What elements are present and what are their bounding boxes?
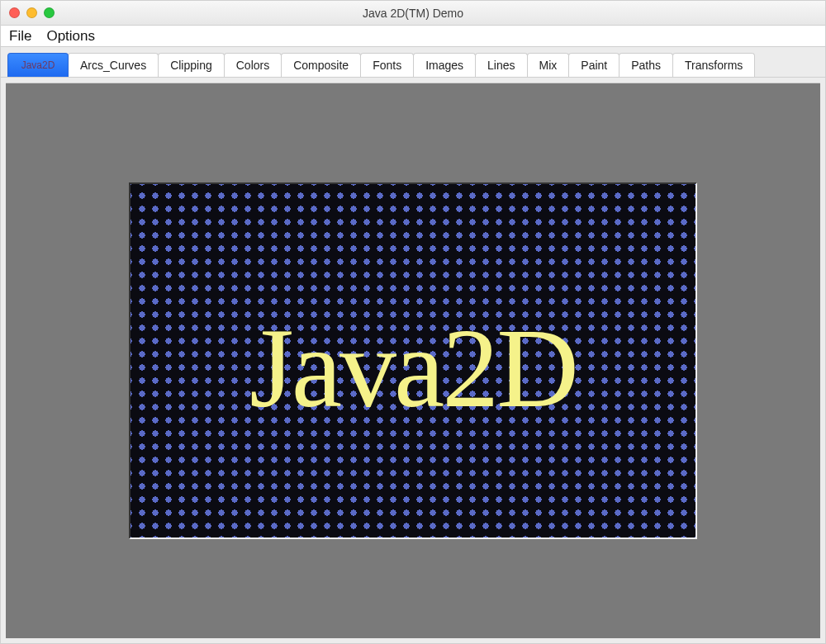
- menubar: File Options: [1, 26, 825, 47]
- window-title: Java 2D(TM) Demo: [1, 7, 825, 20]
- minimize-icon[interactable]: [26, 7, 37, 18]
- java2d-logo-text: Java2D: [131, 191, 695, 539]
- tab-mix[interactable]: Mix: [527, 53, 570, 77]
- maximize-icon[interactable]: [44, 7, 55, 18]
- tab-colors[interactable]: Colors: [224, 53, 282, 77]
- close-icon[interactable]: [9, 7, 20, 18]
- tab-java2d[interactable]: Java2D: [7, 53, 69, 77]
- menu-options[interactable]: Options: [46, 28, 95, 45]
- traffic-lights: [9, 7, 55, 18]
- tab-paint[interactable]: Paint: [568, 53, 620, 77]
- titlebar[interactable]: Java 2D(TM) Demo: [1, 1, 825, 26]
- tab-transforms[interactable]: Transforms: [672, 53, 755, 77]
- content-area: Java2D: [6, 83, 820, 638]
- tab-images[interactable]: Images: [413, 53, 476, 77]
- tab-paths[interactable]: Paths: [619, 53, 673, 77]
- tab-arcs-curves[interactable]: Arcs_Curves: [68, 53, 159, 77]
- menu-file[interactable]: File: [9, 28, 31, 45]
- tab-composite[interactable]: Composite: [281, 53, 361, 77]
- demo-canvas: Java2D: [129, 182, 697, 539]
- tab-fonts[interactable]: Fonts: [360, 53, 414, 77]
- tab-lines[interactable]: Lines: [475, 53, 527, 77]
- tab-clipping[interactable]: Clipping: [158, 53, 225, 77]
- tab-row: Java2D Arcs_Curves Clipping Colors Compo…: [1, 47, 825, 78]
- app-window: Java 2D(TM) Demo File Options Java2D Arc…: [0, 0, 826, 644]
